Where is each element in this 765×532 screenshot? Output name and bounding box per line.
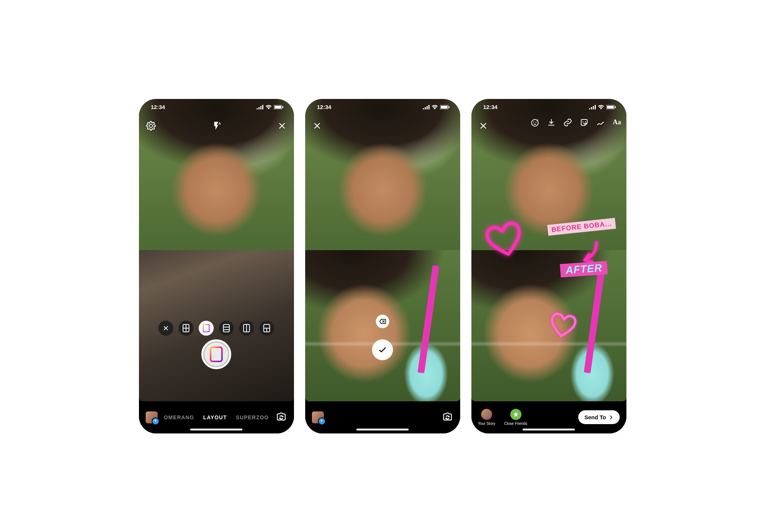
- home-indicator: [356, 429, 409, 430]
- layout-option-grid-3[interactable]: [259, 321, 274, 336]
- camera-top-controls: [305, 118, 460, 134]
- capture-viewport: A: [139, 99, 294, 401]
- flip-camera-button[interactable]: [275, 411, 287, 423]
- svg-rect-24: [607, 106, 614, 109]
- close-icon: [163, 325, 169, 331]
- draw-icon: [596, 118, 605, 127]
- mode-next[interactable]: SUPERZOO: [236, 414, 269, 420]
- svg-point-28: [535, 121, 536, 122]
- shutter-button[interactable]: [201, 339, 231, 369]
- cellular-icon: [423, 105, 430, 109]
- status-indicators: [589, 105, 616, 109]
- heart-sticker-small[interactable]: [546, 309, 579, 341]
- phone-screen-story-editor: 12:34: [471, 99, 626, 433]
- layout-option-split-vertical[interactable]: [239, 321, 254, 336]
- share-close-friends[interactable]: Close Friends: [504, 409, 527, 426]
- layout-preview: [305, 99, 460, 401]
- close-icon: [313, 122, 321, 130]
- phone-screen-layout-capture: 12:34 A: [139, 99, 294, 433]
- save-button[interactable]: [546, 118, 556, 127]
- link-icon: [563, 118, 572, 127]
- status-time: 12:34: [483, 104, 498, 110]
- status-time: 12:34: [317, 104, 331, 110]
- svg-rect-22: [449, 106, 450, 108]
- share-your-story[interactable]: Your Story: [478, 409, 495, 426]
- flip-camera-button[interactable]: [442, 411, 453, 423]
- wifi-icon: [432, 105, 438, 109]
- stickers-button[interactable]: [579, 118, 589, 127]
- close-friends-badge: [510, 409, 521, 420]
- split-horizontal-thirds-icon: [223, 324, 230, 332]
- layout-option-split-horizontal-thirds[interactable]: [219, 321, 234, 336]
- gallery-thumbnail[interactable]: [146, 411, 158, 423]
- send-to-button[interactable]: Send To: [578, 410, 619, 424]
- svg-rect-1: [275, 106, 281, 109]
- layout-option-split-horizontal[interactable]: [199, 321, 214, 336]
- shutter-wrap: [201, 339, 231, 369]
- effects-button[interactable]: [530, 118, 540, 127]
- home-indicator: [523, 429, 575, 430]
- mode-active[interactable]: LAYOUT: [203, 414, 227, 420]
- close-icon: [479, 122, 487, 130]
- camera-top-controls: A: [139, 118, 294, 134]
- gear-icon: [146, 121, 156, 131]
- gallery-thumbnail[interactable]: [312, 411, 324, 423]
- battery-icon: [606, 105, 616, 109]
- close-friends-label: Close Friends: [504, 421, 527, 426]
- cellular-icon: [257, 105, 263, 109]
- mode-prev[interactable]: OMERANG: [164, 414, 194, 420]
- your-story-avatar: [481, 409, 492, 420]
- close-icon: [278, 122, 286, 130]
- close-button[interactable]: [277, 121, 287, 131]
- split-vertical-icon: [243, 324, 250, 332]
- text-button[interactable]: Aa: [612, 118, 622, 127]
- link-button[interactable]: [563, 118, 573, 127]
- split-horizontal-icon: [203, 324, 210, 332]
- flash-button[interactable]: A: [211, 121, 222, 131]
- flash-auto-icon: A: [211, 121, 221, 131]
- grid-3-icon: [263, 324, 270, 332]
- delete-icon: [379, 318, 386, 325]
- wifi-icon: [598, 105, 604, 109]
- check-icon: [378, 345, 387, 355]
- status-time: 12:34: [151, 104, 165, 110]
- download-icon: [547, 118, 555, 127]
- layout-option-2x2[interactable]: [179, 321, 193, 336]
- close-button[interactable]: [478, 121, 489, 131]
- delete-tile-button[interactable]: [376, 315, 389, 328]
- settings-button[interactable]: [146, 121, 156, 131]
- capture-mode-scroll[interactable]: OMERANG LAYOUT SUPERZOO: [158, 414, 275, 420]
- story-canvas[interactable]: Aa BEFORE BOBA... AFTER: [471, 99, 626, 401]
- flip-camera-icon: [442, 413, 453, 422]
- layout-picker: [139, 321, 294, 336]
- status-bar: 12:34: [471, 99, 626, 115]
- close-button[interactable]: [312, 121, 322, 131]
- battery-icon: [274, 105, 284, 109]
- svg-point-29: [582, 121, 583, 122]
- svg-rect-21: [441, 106, 447, 109]
- svg-rect-2: [282, 106, 284, 108]
- boba-straw: [583, 265, 605, 373]
- grid-2x2-icon: [183, 324, 189, 332]
- sticker-icon: [580, 118, 589, 127]
- phone-screen-layout-confirm: 12:34: [305, 99, 460, 433]
- svg-rect-25: [615, 106, 616, 108]
- status-bar: 12:34: [139, 99, 294, 115]
- editor-tools: Aa: [530, 118, 622, 127]
- status-bar: 12:34: [305, 99, 460, 115]
- chevron-right-icon: [608, 415, 614, 420]
- wifi-icon: [266, 105, 272, 109]
- send-to-label: Send To: [584, 414, 606, 420]
- sparkle-face-icon: [530, 118, 539, 127]
- layout-capture-icon: [210, 346, 223, 362]
- star-icon: [512, 411, 519, 418]
- boba-straw: [417, 265, 439, 373]
- battery-icon: [440, 105, 450, 109]
- your-story-label: Your Story: [478, 421, 495, 426]
- layout-option-close[interactable]: [158, 321, 173, 336]
- status-indicators: [423, 105, 450, 109]
- svg-point-27: [533, 121, 534, 122]
- confirm-layout-button[interactable]: [372, 339, 393, 360]
- svg-rect-9: [223, 324, 229, 332]
- draw-button[interactable]: [596, 118, 606, 127]
